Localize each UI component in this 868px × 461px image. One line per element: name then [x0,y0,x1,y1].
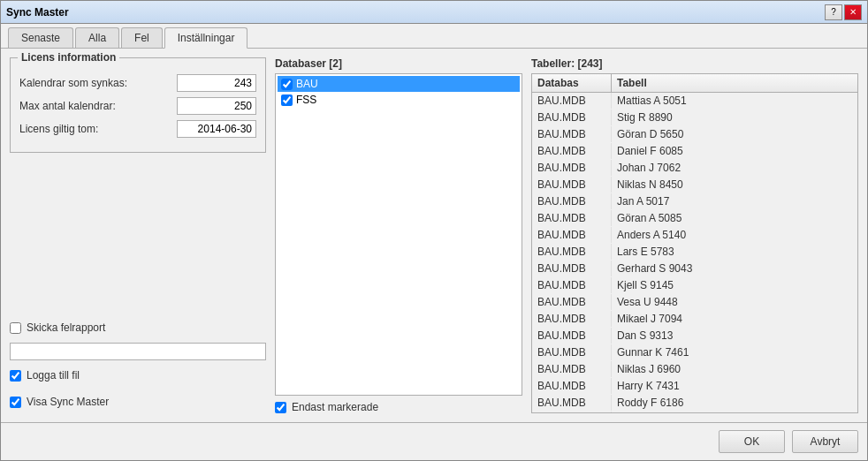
db-fss-checkbox[interactable] [281,94,293,106]
td-table: Jan A 5017 [612,193,857,209]
ok-button[interactable]: OK [719,430,785,453]
title-bar-buttons: ? ✕ [825,4,862,20]
td-db: BAU.MDB [532,344,612,360]
license-expiry-label: Licens giltig tom: [19,123,177,135]
help-button[interactable]: ? [825,4,842,20]
footer: OK Avbryt [1,422,867,460]
tab-fel[interactable]: Fel [121,27,163,48]
tab-installningar[interactable]: Inställningar [164,27,248,49]
col-header-db: Databas [532,74,612,92]
td-table: Gerhard S 9043 [612,261,857,276]
table-row: BAU.MDBKjell S 9145 [532,277,857,294]
log-to-file-row: Logga till fil [10,369,266,382]
table-row: BAU.MDBMagnus S 6930 [532,412,857,412]
max-calendars-row: Max antal kalendrar: [19,97,256,115]
td-table: Johan J 7062 [612,160,857,176]
close-button[interactable]: ✕ [844,4,862,20]
db-fss-label: FSS [296,94,316,106]
error-report-section: Skicka felrapport [10,321,266,360]
table-row: BAU.MDBVesa U 9448 [532,294,857,311]
td-table: Niklas J 6960 [612,361,857,377]
calendars-synced-input[interactable] [177,74,256,92]
td-db: BAU.MDB [532,378,612,394]
tab-senaste[interactable]: Senaste [8,27,73,48]
title-bar: Sync Master ? ✕ [1,1,867,24]
td-db: BAU.MDB [532,93,612,109]
tables-title: Tabeller: [243] [531,57,858,70]
td-table: Gunnar K 7461 [612,344,857,360]
td-db: BAU.MDB [532,261,612,276]
td-table: Daniel F 6085 [612,143,857,159]
table-row: BAU.MDBGunnar K 7461 [532,344,857,361]
tab-alla[interactable]: Alla [75,27,119,48]
log-to-file-label: Logga till fil [27,369,80,382]
table-row: BAU.MDBLars E 5783 [532,244,857,261]
left-panel: Licens information Kalendrar som synkas:… [10,57,266,413]
error-report-label: Skicka felrapport [27,321,105,334]
license-expiry-input[interactable] [177,120,256,138]
td-table: Harry K 7431 [612,378,857,394]
td-table: Göran D 5650 [612,126,857,142]
td-db: BAU.MDB [532,294,612,310]
right-panel: Tabeller: [243] Databas Tabell BAU.MDBMa… [531,57,858,413]
col-header-table: Tabell [612,74,857,92]
td-db: BAU.MDB [532,143,612,159]
databases-title: Databaser [2] [275,57,522,70]
td-db: BAU.MDB [532,126,612,142]
td-db: BAU.MDB [532,328,612,344]
content-area: Licens information Kalendrar som synkas:… [1,49,867,422]
table-row: BAU.MDBRoddy F 6186 [532,395,857,412]
table-row: BAU.MDBMattias A 5051 [532,93,857,110]
table-row: BAU.MDBNiklas N 8450 [532,177,857,193]
db-item-bau[interactable]: BAU [278,76,520,92]
table-row: BAU.MDBStig R 8890 [532,110,857,126]
license-group: Licens information Kalendrar som synkas:… [10,57,266,153]
cancel-button[interactable]: Avbryt [792,430,858,453]
error-report-row: Skicka felrapport [10,321,266,334]
max-calendars-input[interactable] [177,97,256,115]
table-header: Databas Tabell [532,74,857,93]
td-table: Göran A 5085 [612,210,857,226]
db-bau-checkbox[interactable] [281,79,293,90]
table-row: BAU.MDBNiklas J 6960 [532,361,857,378]
td-table: Kjell S 9145 [612,277,857,293]
td-db: BAU.MDB [532,227,612,243]
td-table: Lars E 5783 [612,244,857,260]
error-report-input[interactable] [10,343,266,360]
only-marked-checkbox[interactable] [275,402,286,413]
table-row: BAU.MDBAnders A 5140 [532,227,857,244]
license-expiry-row: Licens giltig tom: [19,120,256,138]
license-group-title: Licens information [18,51,119,64]
max-calendars-label: Max antal kalendrar: [19,100,177,112]
table-row: BAU.MDBGerhard S 9043 [532,261,857,277]
middle-panel: Databaser [2] BAU FSS Endast markerade [275,57,522,413]
td-db: BAU.MDB [532,244,612,260]
td-db: BAU.MDB [532,277,612,293]
window-title: Sync Master [6,6,69,19]
only-marked-row: Endast markerade [275,401,522,413]
td-table: Stig R 8890 [612,110,857,125]
td-db: BAU.MDB [532,361,612,377]
td-table: Vesa U 9448 [612,294,857,310]
show-sync-master-checkbox[interactable] [10,397,21,408]
td-db: BAU.MDB [532,311,612,327]
db-bau-label: BAU [296,78,318,90]
td-db: BAU.MDB [532,160,612,176]
td-db: BAU.MDB [532,193,612,209]
table-row: BAU.MDBMikael J 7094 [532,311,857,328]
log-to-file-checkbox[interactable] [10,370,21,382]
table-row: BAU.MDBJan A 5017 [532,193,857,210]
td-db: BAU.MDB [532,412,612,412]
databases-list: BAU FSS [275,73,522,396]
error-report-checkbox[interactable] [10,322,21,334]
calendars-synced-label: Kalendrar som synkas: [19,77,177,89]
table-row: BAU.MDBDan S 9313 [532,328,857,344]
tables-container: Databas Tabell BAU.MDBMattias A 5051BAU.… [531,73,858,413]
td-db: BAU.MDB [532,210,612,226]
show-sync-master-label: Visa Sync Master [27,396,109,408]
td-table: Niklas N 8450 [612,177,857,193]
db-item-fss[interactable]: FSS [278,92,520,108]
td-db: BAU.MDB [532,177,612,193]
td-table: Mattias A 5051 [612,93,857,109]
td-table: Roddy F 6186 [612,395,857,411]
